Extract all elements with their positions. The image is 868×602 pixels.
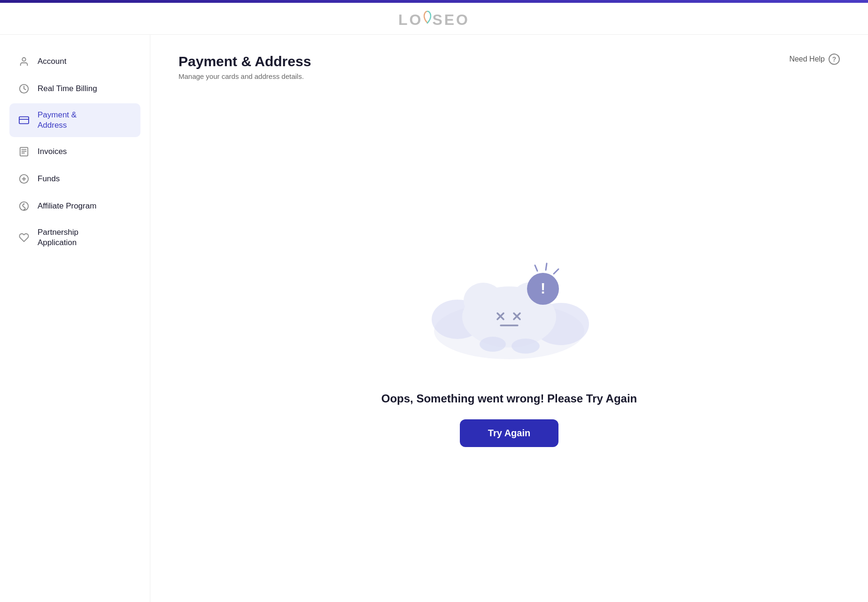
content-header: Payment & Address Manage your cards and … — [178, 54, 840, 80]
sidebar-item-partnership[interactable]: PartnershipApplication — [9, 221, 140, 255]
sidebar-item-affiliate-label: Affiliate Program — [38, 201, 96, 211]
svg-point-30 — [480, 337, 506, 352]
sidebar-item-real-time-billing[interactable]: Real Time Billing — [9, 76, 140, 101]
sidebar-item-partnership-label: PartnershipApplication — [38, 227, 78, 248]
svg-line-22 — [535, 265, 537, 271]
error-illustration: ! — [420, 237, 598, 378]
sidebar-item-affiliate[interactable]: Affiliate Program — [9, 193, 140, 219]
sidebar-item-account[interactable]: Account — [9, 49, 140, 74]
sidebar-item-invoices[interactable]: Invoices — [9, 139, 140, 164]
logo: LO SEO — [398, 11, 470, 28]
need-help-label: Need Help — [789, 55, 825, 63]
sidebar-item-billing-label: Real Time Billing — [38, 84, 97, 94]
error-svg: ! — [420, 237, 598, 369]
svg-rect-2 — [19, 117, 29, 124]
error-message: Oops, Something went wrong! Please Try A… — [381, 392, 637, 405]
sidebar-item-funds-label: Funds — [38, 174, 60, 184]
funds-icon — [18, 173, 30, 185]
sidebar-item-payment-label: Payment &Address — [38, 110, 77, 131]
affiliate-icon — [18, 200, 30, 212]
invoice-icon — [18, 146, 30, 158]
sidebar-item-funds[interactable]: Funds — [9, 166, 140, 192]
logo-leaf-icon — [423, 11, 432, 24]
svg-line-23 — [546, 263, 547, 270]
sidebar-item-invoices-label: Invoices — [38, 147, 67, 157]
content-area: Payment & Address Manage your cards and … — [150, 35, 868, 602]
user-icon — [18, 55, 30, 68]
card-icon — [18, 114, 30, 126]
clock-icon — [18, 83, 30, 95]
page-subtitle: Manage your cards and address details. — [178, 72, 311, 80]
sidebar-item-account-label: Account — [38, 56, 66, 67]
svg-point-31 — [512, 339, 540, 354]
sidebar: Account Real Time Billing Payment &Addre… — [0, 35, 150, 602]
error-state: ! Oops, Something — [178, 99, 840, 585]
page-title-area: Payment & Address Manage your cards and … — [178, 54, 311, 80]
try-again-button[interactable]: Try Again — [460, 419, 558, 447]
svg-line-24 — [554, 269, 558, 274]
partnership-icon — [18, 232, 30, 244]
page-title: Payment & Address — [178, 54, 311, 69]
help-circle-icon: ? — [829, 54, 840, 65]
logo-area: LO SEO — [0, 3, 868, 35]
main-layout: Account Real Time Billing Payment &Addre… — [0, 35, 868, 602]
svg-point-0 — [22, 58, 25, 61]
svg-text:!: ! — [541, 280, 546, 297]
need-help-button[interactable]: Need Help ? — [789, 54, 840, 65]
sidebar-item-payment-address[interactable]: Payment &Address — [9, 103, 140, 137]
